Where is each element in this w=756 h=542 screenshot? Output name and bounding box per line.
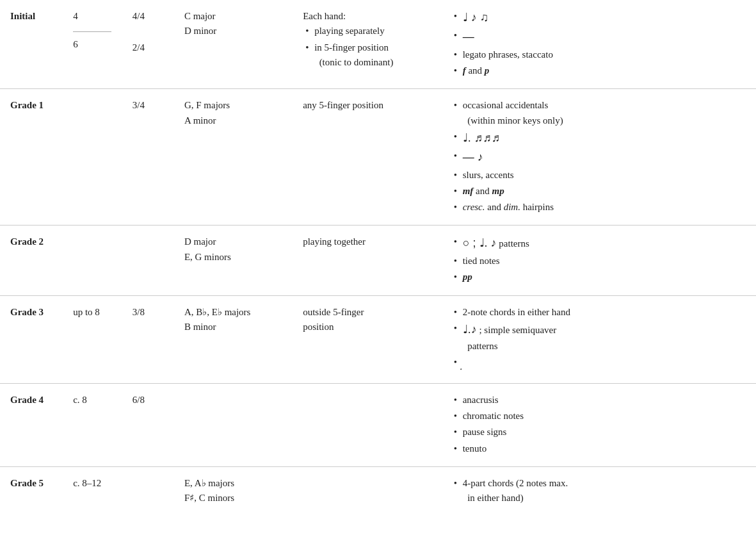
grade-cell: Grade 1	[0, 89, 67, 226]
time-cell	[126, 226, 178, 295]
features-list: 4-part chords (2 notes max. in either ha…	[451, 476, 746, 506]
position-list: playing separately in 5-finger position …	[303, 24, 438, 70]
keys-cell: G, F majorsA minor	[178, 89, 296, 226]
grade-cell: Grade 3	[0, 295, 67, 383]
keys-cell	[178, 383, 296, 466]
features-list: anacrusis chromatic notes pause signs te…	[451, 393, 746, 456]
list-item: ♩.♪ ; simple semiquaver patterns	[451, 321, 746, 354]
position-cell: Each hand: playing separately in 5-finge…	[296, 0, 445, 89]
time-cell: 6/8	[126, 383, 178, 466]
bar-divider	[73, 31, 111, 32]
key-value: C majorD minor	[184, 9, 290, 39]
list-item: pp	[451, 270, 746, 284]
grade-cell: Grade 4	[0, 383, 67, 466]
grade-cell: Grade 5	[0, 466, 67, 516]
grade-cell: Grade 2	[0, 226, 67, 295]
table-row: Grade 3 up to 8 3/8 A, B♭, E♭ majorsB mi…	[0, 295, 756, 383]
dynamic-mp: mp	[492, 186, 504, 196]
features-cell: anacrusis chromatic notes pause signs te…	[445, 383, 756, 466]
bars-cell: 4 6	[67, 0, 126, 89]
grade-table: Initial 4 6 4/4 2/4 C majorD minor	[0, 0, 756, 516]
position-cell: outside 5-fingerposition	[296, 295, 445, 383]
features-cell: occasional accidentals (within minor key…	[445, 89, 756, 226]
table-row: Grade 2 D majorE, G minors playing toget…	[0, 226, 756, 295]
list-item: mf and mp	[451, 184, 746, 199]
grade-label: Grade 5	[10, 478, 44, 488]
list-item: playing separately	[303, 24, 438, 38]
list-item: in 5-finger position (tonic to dominant)	[303, 40, 438, 70]
list-item: occasional accidentals (within minor key…	[451, 98, 746, 128]
dynamic-pp: pp	[463, 272, 472, 282]
note-symbols: ♩ ♪ ♫	[463, 11, 489, 24]
list-item: 𝅾	[451, 355, 746, 373]
keys-cell: D majorE, G minors	[178, 226, 296, 295]
table-row: Grade 4 c. 8 6/8 anacrusis chromatic not…	[0, 383, 756, 466]
grade-label: Grade 4	[10, 395, 44, 405]
list-item: 2-note chords in either hand	[451, 305, 746, 320]
bars-cell	[67, 89, 126, 226]
bars-cell	[67, 226, 126, 295]
grade-cell: Initial	[0, 0, 67, 89]
main-table-container: Initial 4 6 4/4 2/4 C majorD minor	[0, 0, 756, 516]
time-value-1: 4/4	[133, 9, 172, 24]
list-item: ♩ ♪ ♫	[451, 9, 746, 27]
keys-cell: E, A♭ majorsF♯, C minors	[178, 466, 296, 516]
list-item: tied notes	[451, 254, 746, 268]
features-list: occasional accidentals (within minor key…	[451, 98, 746, 215]
features-cell: ♩ ♪ ♫ ― legato phrases, staccato f and p	[445, 0, 756, 89]
note-symbols: ○ ; ♩. ♪	[463, 236, 497, 249]
dim-text: dim.	[504, 202, 520, 212]
dynamic-f: f	[463, 65, 466, 76]
grade-label: Initial	[10, 11, 35, 21]
bars-cell: c. 8–12	[67, 466, 126, 516]
table-row: Grade 5 c. 8–12 E, A♭ majorsF♯, C minors…	[0, 466, 756, 516]
features-cell: ○ ; ♩. ♪ patterns tied notes pp	[445, 226, 756, 295]
list-item: slurs, accents	[451, 168, 746, 183]
list-item: 4-part chords (2 notes max. in either ha…	[451, 476, 746, 506]
bar-value-2: 6	[73, 37, 120, 52]
keys-cell: C majorD minor	[178, 0, 296, 89]
list-item: legato phrases, staccato	[451, 47, 746, 62]
rest-symbol: ―	[463, 30, 474, 43]
position-cell: playing together	[296, 226, 445, 295]
bars-values: 4 6	[73, 9, 120, 53]
list-item: tenuto	[451, 441, 746, 456]
grade-label: Grade 2	[10, 236, 44, 247]
position-value: Each hand: playing separately in 5-finge…	[303, 9, 438, 70]
position-cell	[296, 466, 445, 516]
features-list: ○ ; ♩. ♪ patterns tied notes pp	[451, 234, 746, 284]
list-item: cresc. and dim. hairpins	[451, 200, 746, 215]
features-list: ♩ ♪ ♫ ― legato phrases, staccato f and p	[451, 9, 746, 78]
list-item: ♩. ♬♬♬	[451, 129, 746, 147]
time-value-2: 2/4	[133, 40, 172, 55]
features-cell: 4-part chords (2 notes max. in either ha…	[445, 466, 756, 516]
position-cell	[296, 383, 445, 466]
table-row: Initial 4 6 4/4 2/4 C majorD minor	[0, 0, 756, 89]
time-cell: 3/4	[126, 89, 178, 226]
list-item: f and p	[451, 63, 746, 78]
list-item: ―	[451, 28, 746, 46]
time-cell: 3/8	[126, 295, 178, 383]
time-cell: 4/4 2/4	[126, 0, 178, 89]
grade-label: Grade 1	[10, 100, 44, 110]
table-row: Grade 1 3/4 G, F majorsA minor any 5-fin…	[0, 89, 756, 226]
dynamic-mf: mf	[463, 186, 474, 196]
list-item: pause signs	[451, 425, 746, 439]
bars-cell: c. 8	[67, 383, 126, 466]
position-cell: any 5-finger position	[296, 89, 445, 226]
bars-cell: up to 8	[67, 295, 126, 383]
list-item: chromatic notes	[451, 409, 746, 423]
bar-value-1: 4	[73, 9, 120, 24]
features-list: 2-note chords in either hand ♩.♪ ; simpl…	[451, 305, 746, 373]
grade-label: Grade 3	[10, 307, 44, 317]
time-cell	[126, 466, 178, 516]
keys-cell: A, B♭, E♭ majorsB minor	[178, 295, 296, 383]
list-item: ○ ; ♩. ♪ patterns	[451, 234, 746, 252]
list-item: anacrusis	[451, 393, 746, 407]
note-symbols: ♩. ♬♬♬	[463, 131, 501, 144]
note-symbols: ♩.♪	[463, 323, 477, 336]
dynamic-p: p	[485, 65, 490, 76]
features-cell: 2-note chords in either hand ♩.♪ ; simpl…	[445, 295, 756, 383]
list-item: ― ♪	[451, 149, 746, 167]
cresc-text: cresc.	[463, 202, 485, 212]
